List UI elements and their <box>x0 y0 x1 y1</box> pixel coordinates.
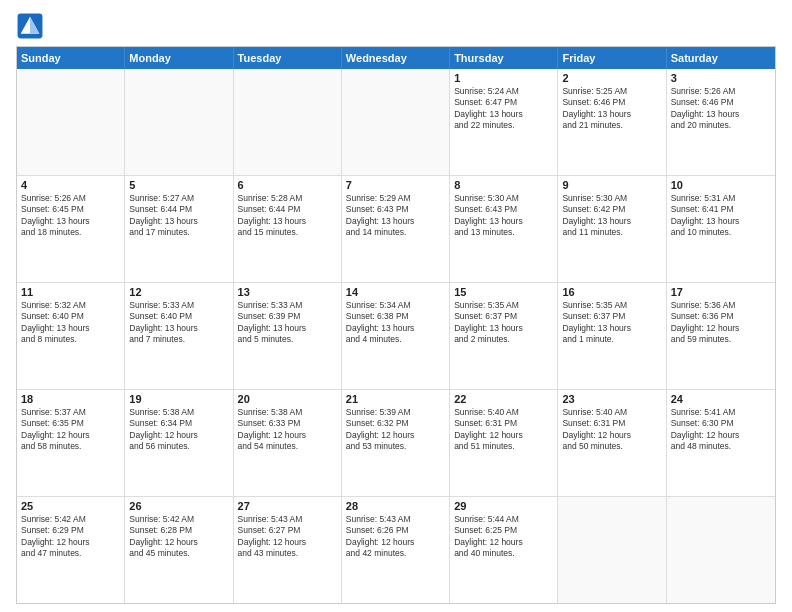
day-info: Sunrise: 5:40 AM Sunset: 6:31 PM Dayligh… <box>562 407 661 453</box>
day-number: 2 <box>562 72 661 84</box>
day-number: 4 <box>21 179 120 191</box>
day-number: 27 <box>238 500 337 512</box>
day-number: 29 <box>454 500 553 512</box>
calendar-cell: 23Sunrise: 5:40 AM Sunset: 6:31 PM Dayli… <box>558 390 666 496</box>
day-info: Sunrise: 5:40 AM Sunset: 6:31 PM Dayligh… <box>454 407 553 453</box>
day-number: 13 <box>238 286 337 298</box>
day-number: 21 <box>346 393 445 405</box>
calendar-cell: 17Sunrise: 5:36 AM Sunset: 6:36 PM Dayli… <box>667 283 775 389</box>
day-info: Sunrise: 5:43 AM Sunset: 6:27 PM Dayligh… <box>238 514 337 560</box>
calendar-cell: 26Sunrise: 5:42 AM Sunset: 6:28 PM Dayli… <box>125 497 233 603</box>
calendar-row: 1Sunrise: 5:24 AM Sunset: 6:47 PM Daylig… <box>17 69 775 176</box>
day-number: 3 <box>671 72 771 84</box>
day-number: 8 <box>454 179 553 191</box>
calendar-cell: 19Sunrise: 5:38 AM Sunset: 6:34 PM Dayli… <box>125 390 233 496</box>
calendar-cell: 18Sunrise: 5:37 AM Sunset: 6:35 PM Dayli… <box>17 390 125 496</box>
day-number: 24 <box>671 393 771 405</box>
day-info: Sunrise: 5:33 AM Sunset: 6:40 PM Dayligh… <box>129 300 228 346</box>
calendar: SundayMondayTuesdayWednesdayThursdayFrid… <box>16 46 776 604</box>
day-number: 5 <box>129 179 228 191</box>
day-number: 12 <box>129 286 228 298</box>
day-info: Sunrise: 5:42 AM Sunset: 6:29 PM Dayligh… <box>21 514 120 560</box>
day-number: 20 <box>238 393 337 405</box>
day-info: Sunrise: 5:35 AM Sunset: 6:37 PM Dayligh… <box>562 300 661 346</box>
day-info: Sunrise: 5:42 AM Sunset: 6:28 PM Dayligh… <box>129 514 228 560</box>
calendar-cell: 9Sunrise: 5:30 AM Sunset: 6:42 PM Daylig… <box>558 176 666 282</box>
day-number: 1 <box>454 72 553 84</box>
day-number: 9 <box>562 179 661 191</box>
day-info: Sunrise: 5:30 AM Sunset: 6:43 PM Dayligh… <box>454 193 553 239</box>
calendar-row: 25Sunrise: 5:42 AM Sunset: 6:29 PM Dayli… <box>17 497 775 603</box>
day-number: 22 <box>454 393 553 405</box>
calendar-cell: 6Sunrise: 5:28 AM Sunset: 6:44 PM Daylig… <box>234 176 342 282</box>
day-number: 23 <box>562 393 661 405</box>
calendar-cell: 25Sunrise: 5:42 AM Sunset: 6:29 PM Dayli… <box>17 497 125 603</box>
calendar-cell: 28Sunrise: 5:43 AM Sunset: 6:26 PM Dayli… <box>342 497 450 603</box>
day-info: Sunrise: 5:38 AM Sunset: 6:34 PM Dayligh… <box>129 407 228 453</box>
header-cell-tuesday: Tuesday <box>234 47 342 69</box>
calendar-cell: 10Sunrise: 5:31 AM Sunset: 6:41 PM Dayli… <box>667 176 775 282</box>
day-info: Sunrise: 5:25 AM Sunset: 6:46 PM Dayligh… <box>562 86 661 132</box>
calendar-cell <box>125 69 233 175</box>
header-cell-saturday: Saturday <box>667 47 775 69</box>
day-info: Sunrise: 5:39 AM Sunset: 6:32 PM Dayligh… <box>346 407 445 453</box>
calendar-row: 18Sunrise: 5:37 AM Sunset: 6:35 PM Dayli… <box>17 390 775 497</box>
day-number: 7 <box>346 179 445 191</box>
day-number: 14 <box>346 286 445 298</box>
header-cell-friday: Friday <box>558 47 666 69</box>
day-number: 11 <box>21 286 120 298</box>
day-info: Sunrise: 5:26 AM Sunset: 6:46 PM Dayligh… <box>671 86 771 132</box>
day-number: 10 <box>671 179 771 191</box>
page: SundayMondayTuesdayWednesdayThursdayFrid… <box>0 0 792 612</box>
calendar-cell: 2Sunrise: 5:25 AM Sunset: 6:46 PM Daylig… <box>558 69 666 175</box>
calendar-cell: 16Sunrise: 5:35 AM Sunset: 6:37 PM Dayli… <box>558 283 666 389</box>
calendar-cell: 4Sunrise: 5:26 AM Sunset: 6:45 PM Daylig… <box>17 176 125 282</box>
day-number: 17 <box>671 286 771 298</box>
calendar-cell <box>342 69 450 175</box>
day-number: 15 <box>454 286 553 298</box>
calendar-cell <box>558 497 666 603</box>
calendar-cell: 8Sunrise: 5:30 AM Sunset: 6:43 PM Daylig… <box>450 176 558 282</box>
day-info: Sunrise: 5:26 AM Sunset: 6:45 PM Dayligh… <box>21 193 120 239</box>
day-info: Sunrise: 5:43 AM Sunset: 6:26 PM Dayligh… <box>346 514 445 560</box>
calendar-row: 4Sunrise: 5:26 AM Sunset: 6:45 PM Daylig… <box>17 176 775 283</box>
day-number: 6 <box>238 179 337 191</box>
day-info: Sunrise: 5:31 AM Sunset: 6:41 PM Dayligh… <box>671 193 771 239</box>
calendar-cell: 1Sunrise: 5:24 AM Sunset: 6:47 PM Daylig… <box>450 69 558 175</box>
day-info: Sunrise: 5:36 AM Sunset: 6:36 PM Dayligh… <box>671 300 771 346</box>
day-info: Sunrise: 5:38 AM Sunset: 6:33 PM Dayligh… <box>238 407 337 453</box>
logo <box>16 12 48 40</box>
day-info: Sunrise: 5:41 AM Sunset: 6:30 PM Dayligh… <box>671 407 771 453</box>
day-number: 16 <box>562 286 661 298</box>
day-info: Sunrise: 5:34 AM Sunset: 6:38 PM Dayligh… <box>346 300 445 346</box>
calendar-cell: 14Sunrise: 5:34 AM Sunset: 6:38 PM Dayli… <box>342 283 450 389</box>
calendar-body: 1Sunrise: 5:24 AM Sunset: 6:47 PM Daylig… <box>17 69 775 603</box>
calendar-header: SundayMondayTuesdayWednesdayThursdayFrid… <box>17 47 775 69</box>
day-info: Sunrise: 5:35 AM Sunset: 6:37 PM Dayligh… <box>454 300 553 346</box>
calendar-cell <box>667 497 775 603</box>
calendar-cell: 20Sunrise: 5:38 AM Sunset: 6:33 PM Dayli… <box>234 390 342 496</box>
day-number: 28 <box>346 500 445 512</box>
calendar-cell: 12Sunrise: 5:33 AM Sunset: 6:40 PM Dayli… <box>125 283 233 389</box>
day-info: Sunrise: 5:27 AM Sunset: 6:44 PM Dayligh… <box>129 193 228 239</box>
day-number: 19 <box>129 393 228 405</box>
day-info: Sunrise: 5:28 AM Sunset: 6:44 PM Dayligh… <box>238 193 337 239</box>
day-info: Sunrise: 5:24 AM Sunset: 6:47 PM Dayligh… <box>454 86 553 132</box>
calendar-cell: 7Sunrise: 5:29 AM Sunset: 6:43 PM Daylig… <box>342 176 450 282</box>
calendar-cell: 11Sunrise: 5:32 AM Sunset: 6:40 PM Dayli… <box>17 283 125 389</box>
calendar-cell: 21Sunrise: 5:39 AM Sunset: 6:32 PM Dayli… <box>342 390 450 496</box>
day-number: 26 <box>129 500 228 512</box>
calendar-cell: 5Sunrise: 5:27 AM Sunset: 6:44 PM Daylig… <box>125 176 233 282</box>
header <box>16 12 776 40</box>
day-info: Sunrise: 5:44 AM Sunset: 6:25 PM Dayligh… <box>454 514 553 560</box>
day-info: Sunrise: 5:30 AM Sunset: 6:42 PM Dayligh… <box>562 193 661 239</box>
logo-icon <box>16 12 44 40</box>
day-number: 18 <box>21 393 120 405</box>
calendar-cell: 27Sunrise: 5:43 AM Sunset: 6:27 PM Dayli… <box>234 497 342 603</box>
calendar-cell <box>17 69 125 175</box>
calendar-row: 11Sunrise: 5:32 AM Sunset: 6:40 PM Dayli… <box>17 283 775 390</box>
header-cell-sunday: Sunday <box>17 47 125 69</box>
calendar-cell: 24Sunrise: 5:41 AM Sunset: 6:30 PM Dayli… <box>667 390 775 496</box>
day-number: 25 <box>21 500 120 512</box>
calendar-cell <box>234 69 342 175</box>
